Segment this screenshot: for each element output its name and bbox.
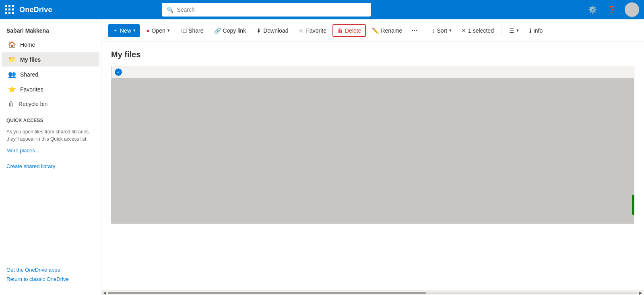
toolbar-divider-1 (424, 26, 424, 35)
scroll-indicator (632, 195, 634, 215)
get-apps-link[interactable]: Get the OneDrive apps (6, 267, 95, 273)
sidebar-item-favorites-label: Favorites (20, 86, 43, 93)
download-icon: ⬇ (256, 27, 261, 34)
selected-count: ✕ 1 selected (458, 25, 498, 36)
star-icon: ⭐ (8, 85, 16, 93)
sidebar: Sabari Makkena 🏠 Home 📁 My files 👥 Share… (0, 19, 101, 295)
topbar-right-actions: ⚙️ ❓ (586, 2, 639, 17)
file-area: My files ✓ (101, 42, 644, 290)
scroll-right-arrow[interactable]: ▶ (639, 291, 642, 295)
avatar[interactable] (625, 2, 639, 17)
close-selected-icon[interactable]: ✕ (462, 28, 466, 33)
rename-button-label: Rename (381, 27, 402, 34)
sort-chevron-icon: ▾ (449, 28, 452, 33)
sidebar-item-shared[interactable]: 👥 Shared (2, 67, 99, 81)
view-chevron-icon: ▾ (516, 28, 519, 33)
sidebar-item-home[interactable]: 🏠 Home (2, 37, 99, 52)
share-button-label: Share (188, 27, 203, 34)
file-checkbox[interactable]: ✓ (115, 69, 122, 76)
info-button-label: Info (533, 27, 543, 34)
info-icon: ℹ (529, 27, 531, 34)
search-icon: 🔍 (167, 6, 173, 13)
home-icon: 🏠 (8, 41, 16, 48)
sidebar-item-my-files-label: My files (20, 56, 41, 63)
scroll-left-arrow[interactable]: ◀ (103, 291, 106, 295)
copy-link-button-label: Copy link (223, 27, 246, 34)
shared-icon: 👥 (8, 71, 16, 78)
selected-file-row[interactable]: ✓ (111, 66, 634, 79)
share-icon: ↑□ (180, 27, 186, 34)
sort-button-label: Sort (437, 27, 447, 34)
favorite-icon: ☆ (299, 27, 304, 34)
main-layout: Sabari Makkena 🏠 Home 📁 My files 👥 Share… (0, 19, 644, 295)
sidebar-item-home-label: Home (20, 42, 35, 48)
download-button-label: Download (263, 27, 288, 34)
file-preview-area: ✓ (111, 66, 634, 224)
apps-grid-icon[interactable] (5, 5, 14, 15)
open-button[interactable]: ● Open ▾ (142, 25, 174, 37)
new-chevron-icon: ▾ (133, 28, 136, 33)
link-icon: 🔗 (214, 27, 221, 34)
new-button[interactable]: ＋ New ▾ (108, 24, 140, 37)
scroll-thumb[interactable] (108, 292, 426, 294)
delete-button-label: Delete (345, 27, 361, 34)
open-chevron-icon: ▾ (167, 28, 170, 33)
page-title: My files (111, 50, 634, 59)
favorite-button[interactable]: ☆ Favorite (294, 25, 331, 37)
rename-icon: ✏️ (372, 27, 379, 34)
sort-icon: ↕ (432, 27, 435, 34)
open-icon: ● (146, 27, 149, 34)
list-view-icon: ☰ (509, 27, 514, 34)
plus-icon: ＋ (112, 27, 118, 34)
search-input[interactable] (177, 6, 366, 13)
sidebar-item-favorites[interactable]: ⭐ Favorites (2, 82, 99, 96)
search-bar[interactable]: 🔍 (162, 3, 371, 17)
settings-icon[interactable]: ⚙️ (586, 3, 599, 16)
topbar: OneDrive 🔍 ⚙️ ❓ (0, 0, 644, 19)
share-button[interactable]: ↑□ Share (176, 25, 208, 37)
sort-button[interactable]: ↕ Sort ▾ (427, 25, 456, 37)
open-button-label: Open (151, 27, 165, 34)
view-toggle-button[interactable]: ☰ ▾ (505, 25, 523, 37)
new-button-label: New (120, 27, 131, 34)
toolbar-divider-2 (501, 26, 502, 35)
scroll-track (108, 292, 638, 294)
brand-name: OneDrive (19, 6, 52, 14)
favorite-button-label: Favorite (306, 27, 326, 34)
sidebar-item-recycle-bin-label: Recycle bin (19, 101, 47, 107)
quick-access-label: Quick access (0, 111, 101, 125)
quick-access-text: As you open files from shared libraries,… (0, 125, 101, 146)
sidebar-item-recycle-bin[interactable]: 🗑 Recycle bin (2, 97, 99, 111)
horizontal-scrollbar[interactable]: ◀ ▶ (101, 290, 644, 295)
recycle-icon: 🗑 (8, 100, 14, 108)
selected-count-label: 1 selected (468, 27, 494, 34)
folder-icon: 📁 (8, 56, 16, 63)
more-places-link[interactable]: More places... (0, 146, 101, 155)
sidebar-bottom: Get the OneDrive apps Return to classic … (0, 260, 101, 292)
download-button[interactable]: ⬇ Download (252, 25, 293, 37)
content-area: ＋ New ▾ ● Open ▾ ↑□ Share 🔗 Copy link ⬇ … (101, 19, 644, 295)
help-icon[interactable]: ❓ (605, 3, 618, 16)
info-button[interactable]: ℹ Info (525, 25, 547, 37)
sidebar-user: Sabari Makkena (0, 23, 101, 37)
toolbar: ＋ New ▾ ● Open ▾ ↑□ Share 🔗 Copy link ⬇ … (101, 19, 644, 42)
copy-link-button[interactable]: 🔗 Copy link (210, 25, 251, 37)
sidebar-item-shared-label: Shared (20, 71, 38, 78)
sidebar-item-my-files[interactable]: 📁 My files (2, 52, 99, 66)
file-content-preview (111, 79, 634, 224)
more-actions-button[interactable]: ··· (408, 25, 421, 36)
rename-button[interactable]: ✏️ Rename (367, 25, 407, 37)
create-shared-library-link[interactable]: Create shared library (0, 162, 101, 171)
return-classic-link[interactable]: Return to classic OneDrive (6, 276, 95, 282)
trash-icon: 🗑 (337, 27, 343, 34)
delete-button[interactable]: 🗑 Delete (332, 24, 366, 37)
